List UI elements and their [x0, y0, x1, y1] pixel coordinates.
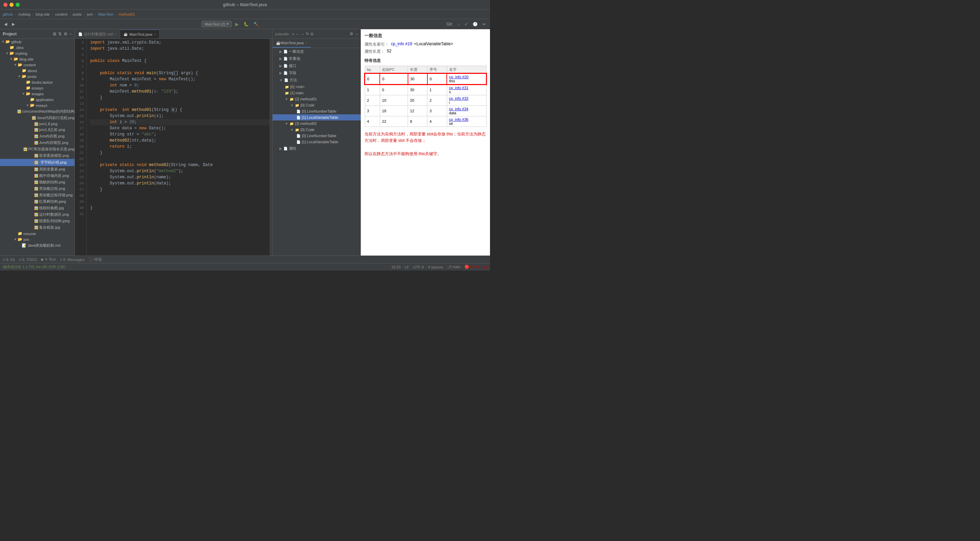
sidebar-item[interactable]: ▼📂content — [0, 62, 75, 68]
sidebar-item[interactable]: 📁about — [0, 68, 75, 73]
status-branch[interactable]: ⎇ main — [447, 265, 461, 269]
sidebar-item[interactable]: ▼📂posts — [0, 73, 75, 79]
jc-tab-close-icon[interactable]: × — [305, 41, 307, 45]
sidebar-item[interactable]: 📁essays — [0, 85, 75, 91]
sidebar-item[interactable]: 🖼️阻塞队列结构.jpeg — [0, 218, 75, 224]
sidebar-minimize-icon[interactable]: − — [69, 32, 72, 37]
sidebar-item[interactable]: 🖼️运行时数据区.png — [0, 211, 75, 218]
jc-item-main[interactable]: 📁 [1] main — [272, 90, 361, 96]
tab-close-icon[interactable]: × — [115, 32, 116, 36]
git-update-button[interactable]: ↓ — [456, 21, 461, 27]
crumb-github[interactable]: github — [3, 12, 13, 16]
editor-scrollbar[interactable] — [269, 39, 272, 256]
sidebar-layout-icon[interactable]: ⊞ — [53, 32, 56, 37]
jc-item-code[interactable]: ▼ 📁 [0] Code — [272, 102, 361, 108]
bottom-tab-terminal[interactable]: ⬛ 终端 — [89, 257, 102, 262]
tab-maintest[interactable]: ☕ MainTest.java × — [120, 30, 159, 38]
jc-item-method02[interactable]: ▼ 📁 [3] method02 — [272, 121, 361, 127]
maximize-button[interactable] — [16, 3, 20, 7]
detail-name-link[interactable]: cp_info #20 — [449, 75, 484, 79]
code-content[interactable]: import javax.xml.crypto.Data; import jav… — [87, 39, 269, 256]
sidebar-item[interactable]: 📁books.laotze — [0, 79, 75, 85]
sidebar-item[interactable]: 🖼️concurrentHashMap的内部结构 — [0, 108, 75, 115]
detail-attr-name-link[interactable]: cp_info #19 — [391, 41, 412, 46]
run-config[interactable]: MainTest (2) ▾ — [202, 21, 232, 27]
jc-minimize-icon[interactable]: − — [356, 32, 358, 36]
jc-item-general[interactable]: ▶ 📄 一般信息 — [272, 48, 361, 55]
status-linesep[interactable]: LF — [404, 265, 409, 269]
jc-settings-icon[interactable]: ⚙ — [350, 32, 353, 36]
sidebar-item[interactable]: 🖼️Java代码执行流程.png — [0, 115, 75, 121]
jc-back-icon[interactable]: ← — [296, 32, 299, 36]
detail-name-link[interactable]: cp_info #34 — [449, 107, 484, 111]
sidebar-item[interactable]: ▼📂myblog — [0, 50, 75, 56]
bottom-tab-run[interactable]: ▶ 4: Run — [41, 257, 56, 262]
status-indent[interactable]: 4 spaces — [428, 265, 443, 269]
tab-close-maintest-icon[interactable]: × — [154, 32, 156, 36]
tab-runtimeshujuqu[interactable]: 📄 运行时数据区.md × — [75, 30, 120, 38]
jc-item-localvartable[interactable]: 📄 [1] LocalVariableTable — [272, 114, 361, 121]
sidebar-item[interactable]: ▼📂images — [0, 91, 75, 97]
crumb-blogsite[interactable]: blog-site — [36, 12, 50, 16]
detail-name-link[interactable]: cp_info #31 — [449, 86, 484, 90]
sidebar-item[interactable]: ▼📂blog-site — [0, 56, 75, 62]
sidebar-item[interactable]: 🖼️字节码介绍.png — [0, 159, 75, 166]
crumb-posts[interactable]: posts — [73, 12, 82, 16]
git-history-button[interactable]: 🕐 — [471, 21, 479, 27]
sidebar-item[interactable]: 🖼️集合框架.jpg — [0, 224, 75, 231]
sidebar-item[interactable]: 🖼️Jvm内存模型.png — [0, 140, 75, 146]
detail-name-link[interactable]: cp_info #36 — [449, 118, 484, 121]
sidebar-item[interactable]: 📁.idea — [0, 45, 75, 50]
jc-item-interface[interactable]: ▶ 📄 接口 — [272, 62, 361, 69]
sidebar-item[interactable]: 🖼️PC寄存器保存指令示意.png — [0, 146, 75, 153]
debug-button[interactable]: 🐛 — [242, 21, 250, 27]
sidebar-item[interactable]: 🖼️Jvm内存图.png — [0, 133, 75, 140]
jc-item-localvartable2[interactable]: 📄 [1] LocalVariableTable — [272, 139, 361, 145]
bottom-tab-messages[interactable]: ≡ 0: Messages — [60, 258, 84, 262]
jc-reload-icon[interactable]: ◎ — [310, 32, 314, 36]
back-button[interactable]: ◀ — [3, 21, 8, 27]
sidebar-item[interactable]: 🖼️类加载过程.png — [0, 185, 75, 192]
jc-item-init[interactable]: 📁 [0] <init> — [272, 84, 361, 90]
sidebar-item[interactable]: 📝Java类加载机制.md — [0, 242, 75, 249]
run-button[interactable]: ▶ — [234, 21, 240, 27]
crumb-method01[interactable]: method01 — [118, 12, 135, 16]
sidebar-item[interactable]: 🖼️局部变量表.png — [0, 166, 75, 172]
sidebar-item[interactable]: 🖼️双亲委派模型.png — [0, 153, 75, 159]
sidebar-item[interactable]: ▼📂jvm — [0, 237, 75, 242]
jc-item-fields[interactable]: ▶ 📄 字段 — [272, 69, 361, 76]
jc-item-methods[interactable]: ▼ 📄 方法 — [272, 76, 361, 84]
jc-item-method01[interactable]: ▼ 📁 [2] method01 — [272, 96, 361, 102]
jc-refresh-icon[interactable]: ↻ — [306, 32, 309, 36]
sidebar-item[interactable]: 📁resume — [0, 231, 75, 237]
git-revert-button[interactable]: ↩ — [481, 21, 487, 27]
minimize-button[interactable] — [10, 3, 14, 7]
sidebar-item[interactable]: 🖼️栈帧的结构.png — [0, 179, 75, 185]
crumb-maintest[interactable]: MainTest — [98, 12, 113, 16]
sidebar-settings-icon[interactable]: ⚙ — [64, 32, 67, 37]
sidebar-item[interactable]: 🖼️栈中存储内容.png — [0, 172, 75, 179]
jc-tab-maintest[interactable]: ☕ MainTest.java × — [272, 39, 311, 48]
sidebar-item[interactable]: 📁application — [0, 97, 75, 102]
jc-item-constants[interactable]: ▶ 📄 常量池 — [272, 55, 361, 62]
code-editor[interactable]: 3 4 5 6 7 8 9 10 11 12 13 14 15 16 17 18… — [75, 39, 272, 256]
sidebar-item[interactable]: 🖼️红黑树结构.jpeg — [0, 198, 75, 205]
status-event-log[interactable]: 🔴 Event Log — [465, 265, 487, 269]
detail-name-link[interactable]: cp_info #33 — [449, 96, 484, 100]
forward-button[interactable]: ▶ — [11, 21, 16, 27]
jc-item-attrs[interactable]: ▶ 📄 属性 — [272, 145, 361, 152]
sidebar-item[interactable]: ▼📂github — [0, 39, 75, 45]
jc-item-linenumber2[interactable]: 📄 [0] LineNumberTable — [272, 133, 361, 139]
sidebar-item[interactable]: ▼📂essays — [0, 102, 75, 108]
build-button[interactable]: 🔨 — [252, 21, 260, 27]
git-push-button[interactable]: ✓ — [463, 21, 469, 27]
sidebar-item[interactable]: 🖼️jvm1.8.png — [0, 121, 75, 127]
sidebar-item[interactable]: 🖼️jvm1.8之前.png — [0, 127, 75, 133]
bottom-tab-todo[interactable]: ≡ 6: TODO — [19, 258, 37, 262]
sidebar-item[interactable]: 🖼️线程转换图.jpg — [0, 205, 75, 211]
bottom-tab-git[interactable]: ≡ 9: Git — [3, 258, 15, 262]
jc-close-icon[interactable]: × — [292, 32, 294, 36]
jc-item-linenumber[interactable]: 📄 [0] LineNumberTable — [272, 108, 361, 114]
crumb-myblog[interactable]: myblog — [18, 12, 30, 16]
jc-item-code2[interactable]: ▼ 📁 [0] Code — [272, 127, 361, 133]
